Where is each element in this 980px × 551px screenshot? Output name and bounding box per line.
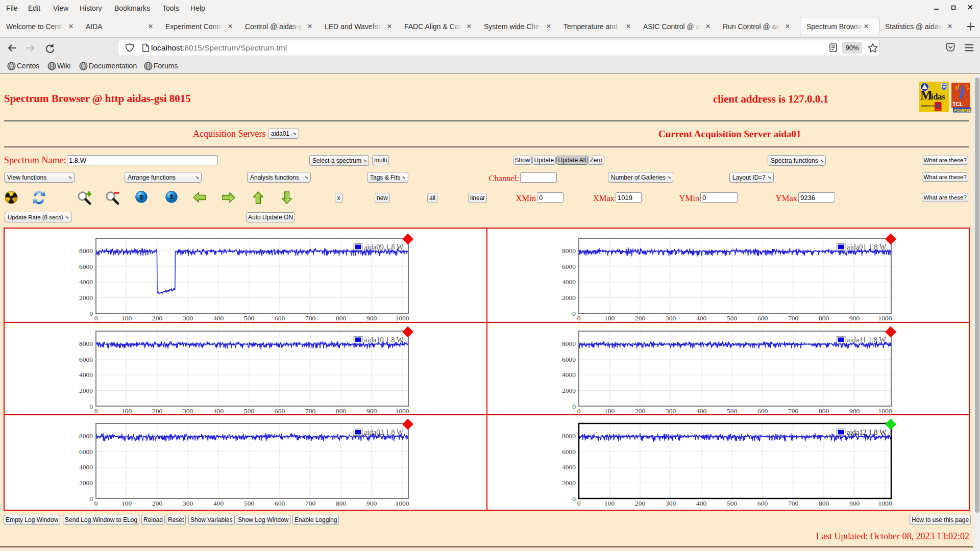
svg-text:8000: 8000 xyxy=(79,432,93,440)
svg-text:800: 800 xyxy=(336,407,347,415)
svg-text:700: 700 xyxy=(305,407,316,415)
svg-text:0: 0 xyxy=(572,310,576,317)
svg-text:300: 300 xyxy=(183,314,193,321)
svg-text:900: 900 xyxy=(366,314,377,321)
svg-text:700: 700 xyxy=(788,407,799,415)
svg-text:4000: 4000 xyxy=(562,371,576,379)
svg-text:0: 0 xyxy=(89,310,93,317)
svg-text:1000: 1000 xyxy=(878,407,892,415)
svg-text:4000: 4000 xyxy=(79,463,93,471)
svg-text:1000: 1000 xyxy=(878,499,892,507)
svg-text:4000: 4000 xyxy=(562,463,576,471)
svg-text:8000: 8000 xyxy=(562,432,576,440)
svg-text:100: 100 xyxy=(604,407,615,415)
svg-text:500: 500 xyxy=(727,314,738,321)
svg-text:6000: 6000 xyxy=(562,448,576,456)
svg-text:200: 200 xyxy=(152,499,163,507)
svg-text:900: 900 xyxy=(849,407,860,415)
svg-text:2000: 2000 xyxy=(79,387,93,394)
svg-text:400: 400 xyxy=(213,499,224,507)
svg-text:500: 500 xyxy=(727,407,738,415)
svg-text:6000: 6000 xyxy=(79,263,93,270)
svg-text:400: 400 xyxy=(696,407,707,415)
svg-text:1000: 1000 xyxy=(878,314,892,321)
svg-text:300: 300 xyxy=(666,314,676,321)
svg-text:8000: 8000 xyxy=(79,340,93,347)
svg-text:600: 600 xyxy=(275,499,285,507)
svg-text:600: 600 xyxy=(757,314,768,321)
svg-text:100: 100 xyxy=(121,314,132,321)
svg-text:400: 400 xyxy=(213,407,224,415)
svg-text:8000: 8000 xyxy=(562,247,576,255)
svg-text:0: 0 xyxy=(89,495,93,503)
svg-text:TCL: TCL xyxy=(952,101,963,107)
svg-text:600: 600 xyxy=(757,499,768,507)
svg-text:LINUX: LINUX xyxy=(936,109,941,111)
svg-text:600: 600 xyxy=(275,407,285,415)
svg-text:6000: 6000 xyxy=(562,356,576,363)
svg-text:300: 300 xyxy=(666,407,676,415)
svg-text:500: 500 xyxy=(244,499,255,507)
svg-text:aida10 1.8 W: aida10 1.8 W xyxy=(364,336,404,344)
svg-text:400: 400 xyxy=(696,314,707,321)
svg-text:900: 900 xyxy=(366,407,377,415)
svg-text:2000: 2000 xyxy=(562,294,576,302)
svg-text:700: 700 xyxy=(305,499,316,507)
svg-text:600: 600 xyxy=(757,407,768,415)
svg-text:idas: idas xyxy=(931,92,945,101)
svg-text:300: 300 xyxy=(183,407,193,415)
svg-text:6000: 6000 xyxy=(562,263,576,270)
svg-text:200: 200 xyxy=(635,407,646,415)
svg-text:700: 700 xyxy=(788,499,799,507)
svg-text:8000: 8000 xyxy=(562,340,576,347)
svg-text:200: 200 xyxy=(152,407,163,415)
svg-text:900: 900 xyxy=(366,499,377,507)
svg-text:0: 0 xyxy=(94,499,98,507)
svg-text:2000: 2000 xyxy=(562,479,576,487)
svg-text:300: 300 xyxy=(666,499,676,507)
svg-text:aida11 1.8 W: aida11 1.8 W xyxy=(847,336,886,344)
svg-text:6000: 6000 xyxy=(79,356,93,363)
svg-text:800: 800 xyxy=(336,499,347,507)
svg-text:0: 0 xyxy=(572,403,576,410)
svg-text:1000: 1000 xyxy=(396,314,409,321)
svg-text:100: 100 xyxy=(604,499,615,507)
svg-text:900: 900 xyxy=(849,499,860,507)
svg-text:200: 200 xyxy=(635,314,646,321)
svg-text:900: 900 xyxy=(849,314,860,321)
svg-text:0: 0 xyxy=(577,314,581,321)
svg-text:0: 0 xyxy=(577,407,581,415)
svg-text:powered by: powered by xyxy=(921,105,935,107)
svg-text:400: 400 xyxy=(696,499,707,507)
svg-text:200: 200 xyxy=(152,314,163,321)
svg-text:800: 800 xyxy=(819,314,829,321)
svg-text:700: 700 xyxy=(788,314,799,321)
svg-text:0: 0 xyxy=(94,407,98,415)
svg-text:100: 100 xyxy=(121,499,132,507)
svg-text:0: 0 xyxy=(94,314,98,321)
svg-text:500: 500 xyxy=(244,407,255,415)
svg-text:400: 400 xyxy=(213,314,224,321)
svg-text:100: 100 xyxy=(121,407,132,415)
svg-text:800: 800 xyxy=(336,314,347,321)
svg-text:2000: 2000 xyxy=(79,479,93,487)
svg-text:0: 0 xyxy=(89,403,93,410)
svg-text:200: 200 xyxy=(635,499,646,507)
svg-text:100: 100 xyxy=(604,314,615,321)
svg-text:800: 800 xyxy=(819,499,829,507)
svg-text:300: 300 xyxy=(183,499,193,507)
svg-text:6000: 6000 xyxy=(79,448,93,456)
svg-text:4000: 4000 xyxy=(79,371,93,379)
svg-text:2000: 2000 xyxy=(79,294,93,302)
svg-text:POWERED: POWERED xyxy=(954,109,971,112)
svg-text:4000: 4000 xyxy=(79,278,93,286)
svg-text:aida01 1.8 W: aida01 1.8 W xyxy=(847,243,887,251)
svg-text:500: 500 xyxy=(727,499,738,507)
svg-text:8000: 8000 xyxy=(79,247,93,255)
svg-text:0: 0 xyxy=(572,495,576,503)
svg-text:500: 500 xyxy=(244,314,255,321)
svg-text:700: 700 xyxy=(305,314,316,321)
svg-text:0: 0 xyxy=(577,499,581,507)
svg-text:1000: 1000 xyxy=(396,499,409,507)
svg-text:600: 600 xyxy=(275,314,285,321)
